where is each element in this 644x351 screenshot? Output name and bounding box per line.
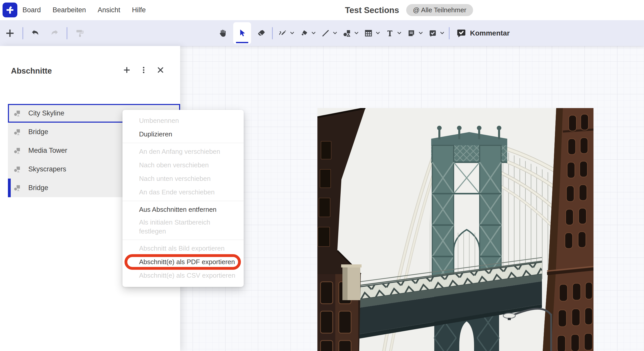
shapes-icon <box>343 29 351 38</box>
chevron-down-icon <box>397 31 401 35</box>
plus-icon <box>5 28 15 38</box>
chevron-down-icon <box>312 31 316 35</box>
paint-roller-icon <box>75 28 85 38</box>
table-icon-wrap <box>363 27 374 39</box>
menu-item-nach-oben[interactable]: Nach oben verschieben <box>122 158 244 172</box>
table-icon <box>364 29 373 38</box>
toolbar-separator <box>272 27 273 39</box>
task-tool[interactable] <box>427 27 444 39</box>
comment-button[interactable]: Kommentar <box>456 28 510 38</box>
menu-item-aus-abschnitten-entfernen[interactable]: Aus Abschnitten entfernen <box>122 203 244 216</box>
line-icon <box>321 29 330 38</box>
plus-icon <box>123 66 131 74</box>
comment-check-icon <box>456 28 466 38</box>
toolbar-separator <box>67 27 67 39</box>
sticky-note-icon <box>407 29 416 38</box>
pan-tool[interactable] <box>217 27 229 39</box>
toolbar-separator <box>449 27 450 39</box>
board-title[interactable]: Test Sections <box>345 5 399 15</box>
section-label: City Skyline <box>28 109 64 117</box>
menu-item-als-bild-exportieren[interactable]: Abschnitt als Bild exportieren <box>122 242 244 255</box>
text-icon-wrap <box>385 27 395 39</box>
app-logo-icon <box>5 5 15 15</box>
participants-badge[interactable]: @ Alle Teilnehmer <box>406 4 473 16</box>
shapes-thumbnail-icon <box>14 184 21 192</box>
section-context-menu: Umbenennen Duplizieren An den Anfang ver… <box>122 110 244 287</box>
select-tool[interactable] <box>233 22 251 44</box>
chevron-down-icon <box>290 31 294 35</box>
checkbox-icon-wrap <box>427 27 438 39</box>
redo-button[interactable] <box>48 27 60 39</box>
hand-icon <box>218 28 228 38</box>
line-tool[interactable] <box>320 27 337 39</box>
menu-item-label: Abschnitt(e) als PDF exportieren <box>139 258 235 266</box>
menu-item-als-csv-exportieren[interactable]: Abschnitt(e) als CSV exportieren <box>122 269 244 282</box>
chevron-down-icon <box>440 31 444 35</box>
panel-more-options-button[interactable] <box>138 64 150 76</box>
chevron-down-icon <box>376 31 380 35</box>
board-title-group: Test Sections @ Alle Teilnehmer <box>345 0 473 20</box>
menu-board[interactable]: Board <box>22 6 41 14</box>
shapes-tool[interactable] <box>342 27 358 39</box>
undo-button[interactable] <box>30 27 42 39</box>
menu-item-startbereich-festlegen[interactable]: Als initialen Startbereich festlegen <box>122 216 244 238</box>
add-section-button[interactable] <box>121 64 133 76</box>
pen-icon-wrap <box>277 27 288 39</box>
sections-panel-actions <box>121 63 166 77</box>
menu-separator <box>122 240 244 240</box>
toolbar-separator <box>22 27 23 39</box>
menu-item-an-das-ende[interactable]: An das Ende verschieben <box>122 185 244 199</box>
whiteboard-app: Board Bearbeiten Ansicht Hilfe Test Sect… <box>0 0 644 351</box>
section-label: Media Tower <box>28 147 67 155</box>
kebab-icon <box>140 66 147 74</box>
toolbar: Kommentar <box>0 20 644 46</box>
menu-item-label: Als initialen Startbereich festlegen <box>139 216 226 238</box>
main-menu: Board Bearbeiten Ansicht Hilfe <box>22 0 146 20</box>
cursor-icon <box>238 29 247 38</box>
text-tool[interactable] <box>385 27 401 39</box>
chevron-down-icon <box>354 31 358 35</box>
section-label: Skyscrapers <box>28 165 66 173</box>
marker-icon-wrap <box>299 27 309 39</box>
eraser-tool[interactable] <box>256 27 267 39</box>
app-logo[interactable] <box>3 3 17 17</box>
sticky-note-tool[interactable] <box>406 27 423 39</box>
shapes-thumbnail-icon <box>14 128 21 136</box>
line-icon-wrap <box>320 27 331 39</box>
pen-tool[interactable] <box>277 27 294 39</box>
comment-label: Kommentar <box>470 29 510 37</box>
shapes-thumbnail-icon <box>14 166 21 173</box>
chevron-down-icon <box>333 31 337 35</box>
close-panel-button[interactable] <box>155 64 166 76</box>
shapes-thumbnail-icon <box>14 110 21 117</box>
add-button[interactable] <box>4 27 16 39</box>
marker-icon <box>300 29 308 38</box>
menu-separator <box>122 201 244 201</box>
table-tool[interactable] <box>363 27 380 39</box>
menubar: Board Bearbeiten Ansicht Hilfe Test Sect… <box>0 0 644 20</box>
eraser-icon <box>257 28 266 38</box>
shapes-icon-wrap <box>342 27 352 39</box>
toolbar-left-group <box>4 20 86 46</box>
chevron-down-icon <box>419 31 423 35</box>
section-label: Bridge <box>28 128 48 136</box>
menu-hilfe[interactable]: Hilfe <box>132 6 146 14</box>
section-label: Bridge <box>28 184 48 192</box>
menu-item-umbenennen[interactable]: Umbenennen <box>122 114 244 127</box>
close-icon <box>157 66 164 74</box>
menu-item-nach-unten[interactable]: Nach unten verschieben <box>122 172 244 185</box>
sections-panel-title: Abschnitte <box>11 66 52 76</box>
format-painter-button[interactable] <box>74 27 86 39</box>
menu-item-an-den-anfang[interactable]: An den Anfang verschieben <box>122 145 244 158</box>
menu-ansicht[interactable]: Ansicht <box>98 6 120 14</box>
menu-item-duplizieren[interactable]: Duplizieren <box>122 127 244 141</box>
sticky-note-icon-wrap <box>406 27 417 39</box>
menu-bearbeiten[interactable]: Bearbeiten <box>53 6 86 14</box>
undo-icon <box>31 28 41 38</box>
menu-item-als-pdf-exportieren[interactable]: Abschnitt(e) als PDF exportieren <box>122 255 244 269</box>
redo-icon <box>49 28 59 38</box>
shapes-thumbnail-icon <box>14 147 21 154</box>
pen-icon <box>278 29 287 38</box>
bridge-photo[interactable] <box>317 108 593 351</box>
marker-tool[interactable] <box>299 27 316 39</box>
